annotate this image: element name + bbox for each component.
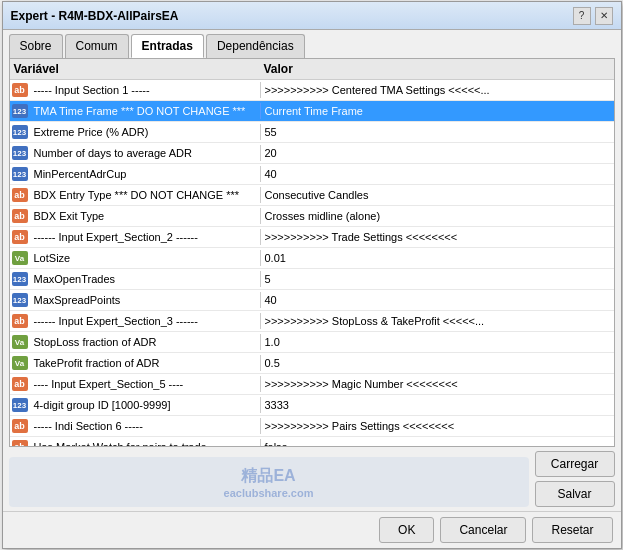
row-variable: ----- Indi Section 6 ----- — [30, 418, 260, 434]
title-bar: Expert - R4M-BDX-AllPairsEA ? ✕ — [3, 2, 621, 30]
row-variable: ---- Input Expert_Section_5 ---- — [30, 376, 260, 392]
salvar-button[interactable]: Salvar — [535, 481, 615, 507]
row-variable: TakeProfit fraction of ADR — [30, 355, 260, 371]
row-value: >>>>>>>>>> StopLoss & TakeProfit <<<<<..… — [260, 313, 614, 329]
table-row[interactable]: 123MaxOpenTrades5 — [10, 269, 614, 290]
row-variable: 4-digit group ID [1000-9999] — [30, 397, 260, 413]
row-variable: ------ Input Expert_Section_3 ------ — [30, 313, 260, 329]
close-button[interactable]: ✕ — [595, 7, 613, 25]
content-area: Variável Valor ab----- Input Section 1 -… — [9, 58, 615, 447]
watermark: 精品EA eaclubshare.com — [9, 457, 529, 507]
icon-123: 123 — [12, 125, 28, 139]
row-variable: LotSize — [30, 250, 260, 266]
row-value: Consecutive Candles — [260, 187, 614, 203]
row-variable: MaxOpenTrades — [30, 271, 260, 287]
table-row[interactable]: 123Extreme Price (% ADR)55 — [10, 122, 614, 143]
row-value: 40 — [260, 166, 614, 182]
title-controls: ? ✕ — [573, 7, 613, 25]
row-value: >>>>>>>>>> Magic Number <<<<<<<< — [260, 376, 614, 392]
carregar-button[interactable]: Carregar — [535, 451, 615, 477]
cancelar-button[interactable]: Cancelar — [440, 517, 526, 543]
icon-123: 123 — [12, 293, 28, 307]
row-value: 55 — [260, 124, 614, 140]
row-value: Crosses midline (alone) — [260, 208, 614, 224]
icon-123: 123 — [12, 104, 28, 118]
table-row[interactable]: 123TMA Time Frame *** DO NOT CHANGE ***C… — [10, 101, 614, 122]
watermark-line1: 精品EA — [224, 466, 314, 487]
col-variable-header: Variável — [14, 62, 264, 76]
table-row[interactable]: 123MinPercentAdrCup40 — [10, 164, 614, 185]
help-button[interactable]: ? — [573, 7, 591, 25]
icon-ab: ab — [12, 314, 28, 328]
icon-ab: ab — [12, 419, 28, 433]
right-buttons: Carregar Salvar — [535, 451, 615, 507]
row-value: >>>>>>>>>> Pairs Settings <<<<<<<< — [260, 418, 614, 434]
row-value: false — [260, 439, 614, 446]
row-value: Current Time Frame — [260, 103, 614, 119]
row-value: >>>>>>>>>> Centered TMA Settings <<<<<..… — [260, 82, 614, 98]
icon-va: Va — [12, 251, 28, 265]
row-variable: MinPercentAdrCup — [30, 166, 260, 182]
icon-123: 123 — [12, 167, 28, 181]
table-row[interactable]: 1234-digit group ID [1000-9999]3333 — [10, 395, 614, 416]
icon-ab: ab — [12, 209, 28, 223]
resetar-button[interactable]: Resetar — [532, 517, 612, 543]
table-row[interactable]: ab------ Input Expert_Section_2 ------>>… — [10, 227, 614, 248]
row-variable: StopLoss fraction of ADR — [30, 334, 260, 350]
row-value: 5 — [260, 271, 614, 287]
tab-bar: SobreComumEntradasDependências — [3, 30, 621, 58]
row-variable: BDX Entry Type *** DO NOT CHANGE *** — [30, 187, 260, 203]
icon-ab: ab — [12, 83, 28, 97]
icon-123: 123 — [12, 146, 28, 160]
row-variable: ------ Input Expert_Section_2 ------ — [30, 229, 260, 245]
icon-ab: ab — [12, 188, 28, 202]
table-row[interactable]: ab------ Input Expert_Section_3 ------>>… — [10, 311, 614, 332]
row-variable: BDX Exit Type — [30, 208, 260, 224]
table-row[interactable]: VaTakeProfit fraction of ADR0.5 — [10, 353, 614, 374]
row-variable: Use Market Watch for pairs to trade — [30, 439, 260, 446]
tab-comum[interactable]: Comum — [65, 34, 129, 58]
icon-123: 123 — [12, 272, 28, 286]
window-title: Expert - R4M-BDX-AllPairsEA — [11, 9, 179, 23]
icon-ab: ab — [12, 230, 28, 244]
table-row[interactable]: 123MaxSpreadPoints40 — [10, 290, 614, 311]
row-value: 40 — [260, 292, 614, 308]
table-body: ab----- Input Section 1 ----->>>>>>>>>> … — [10, 80, 614, 446]
table-row[interactable]: ab---- Input Expert_Section_5 ---->>>>>>… — [10, 374, 614, 395]
table-row[interactable]: abBDX Exit TypeCrosses midline (alone) — [10, 206, 614, 227]
row-variable: ----- Input Section 1 ----- — [30, 82, 260, 98]
main-window: Expert - R4M-BDX-AllPairsEA ? ✕ SobreCom… — [2, 1, 622, 549]
table-row[interactable]: ab----- Input Section 1 ----->>>>>>>>>> … — [10, 80, 614, 101]
tab-sobre[interactable]: Sobre — [9, 34, 63, 58]
table-row[interactable]: abBDX Entry Type *** DO NOT CHANGE ***Co… — [10, 185, 614, 206]
table-row[interactable]: ab----- Indi Section 6 ----->>>>>>>>>> P… — [10, 416, 614, 437]
table-header: Variável Valor — [10, 59, 614, 80]
row-value: 1.0 — [260, 334, 614, 350]
tab-entradas[interactable]: Entradas — [131, 34, 204, 58]
row-value: >>>>>>>>>> Trade Settings <<<<<<<< — [260, 229, 614, 245]
row-variable: Extreme Price (% ADR) — [30, 124, 260, 140]
icon-ab: ab — [12, 377, 28, 391]
row-value: 20 — [260, 145, 614, 161]
icon-va: Va — [12, 335, 28, 349]
table-row[interactable]: VaLotSize0.01 — [10, 248, 614, 269]
icon-va: Va — [12, 356, 28, 370]
table-row[interactable]: VaStopLoss fraction of ADR1.0 — [10, 332, 614, 353]
bottom-area: 精品EA eaclubshare.com Carregar Salvar — [3, 447, 621, 511]
watermark-line2: eaclubshare.com — [224, 487, 314, 499]
row-variable: TMA Time Frame *** DO NOT CHANGE *** — [30, 103, 260, 119]
row-value: 0.5 — [260, 355, 614, 371]
row-value: 3333 — [260, 397, 614, 413]
row-variable: MaxSpreadPoints — [30, 292, 260, 308]
row-value: 0.01 — [260, 250, 614, 266]
table-scroll-area: ab----- Input Section 1 ----->>>>>>>>>> … — [10, 80, 614, 446]
table-row[interactable]: 123Number of days to average ADR20 — [10, 143, 614, 164]
table-row[interactable]: abUse Market Watch for pairs to tradefal… — [10, 437, 614, 446]
row-variable: Number of days to average ADR — [30, 145, 260, 161]
ok-button[interactable]: OK — [379, 517, 434, 543]
tab-dependências[interactable]: Dependências — [206, 34, 305, 58]
col-value-header: Valor — [264, 62, 610, 76]
icon-ab: ab — [12, 440, 28, 446]
footer: OK Cancelar Resetar — [3, 511, 621, 548]
icon-123: 123 — [12, 398, 28, 412]
